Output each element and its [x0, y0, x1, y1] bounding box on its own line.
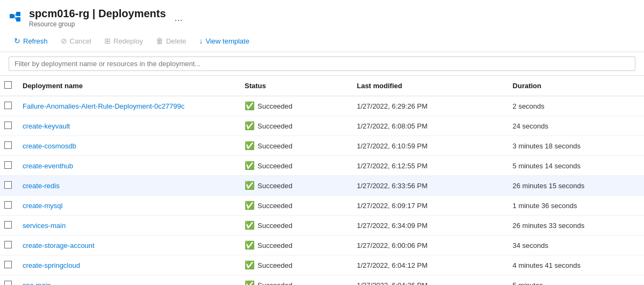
- row-checkbox-cell[interactable]: [0, 196, 16, 216]
- deployment-name-link[interactable]: create-springcloud: [23, 261, 80, 269]
- status-text: Succeeded: [257, 222, 292, 230]
- cancel-button[interactable]: ⊘ Cancel: [55, 34, 97, 47]
- deployment-name-cell: create-springcloud: [16, 255, 238, 275]
- last-modified-cell: 1/27/2022, 6:09:17 PM: [350, 196, 506, 216]
- table-row: create-springcloud ✅ Succeeded 1/27/2022…: [0, 255, 644, 275]
- deployment-name-link[interactable]: Failure-Anomalies-Alert-Rule-Deployment-…: [23, 102, 184, 110]
- succeeded-icon: ✅: [245, 121, 255, 131]
- duration-cell: 26 minutes 15 seconds: [506, 176, 644, 196]
- row-checkbox[interactable]: [4, 122, 12, 129]
- row-checkbox[interactable]: [4, 241, 12, 248]
- row-checkbox[interactable]: [4, 102, 12, 109]
- view-template-button[interactable]: ↓ View template: [194, 34, 255, 47]
- row-checkbox-cell[interactable]: [0, 116, 16, 136]
- table-row: create-keyvault ✅ Succeeded 1/27/2022, 6…: [0, 116, 644, 136]
- more-options-button[interactable]: ...: [175, 12, 183, 24]
- deployment-name-link[interactable]: create-cosmosdb: [23, 142, 76, 150]
- refresh-icon: ↻: [14, 37, 20, 45]
- deployment-name-link[interactable]: spc-main: [23, 281, 51, 286]
- row-checkbox[interactable]: [4, 181, 12, 189]
- svg-rect-2: [16, 17, 20, 22]
- succeeded-icon: ✅: [245, 240, 255, 250]
- row-checkbox-cell[interactable]: [0, 275, 16, 286]
- duration-cell: 26 minutes 33 seconds: [506, 216, 644, 236]
- svg-rect-0: [10, 14, 14, 18]
- row-checkbox[interactable]: [4, 221, 12, 229]
- row-checkbox-cell[interactable]: [0, 96, 16, 116]
- select-all-checkbox[interactable]: [4, 81, 12, 89]
- status-text: Succeeded: [257, 281, 292, 286]
- deployment-name-link[interactable]: create-keyvault: [23, 122, 70, 130]
- status-cell: ✅ Succeeded: [238, 156, 350, 176]
- refresh-button[interactable]: ↻ Refresh: [9, 34, 53, 47]
- row-checkbox-cell[interactable]: [0, 236, 16, 255]
- row-checkbox-cell[interactable]: [0, 136, 16, 156]
- row-checkbox-cell[interactable]: [0, 216, 16, 236]
- delete-icon: 🗑: [156, 37, 163, 45]
- deployment-name-link[interactable]: create-mysql: [23, 202, 62, 210]
- svg-line-4: [14, 16, 16, 19]
- succeeded-icon: ✅: [245, 141, 255, 151]
- status-cell: ✅ Succeeded: [238, 255, 350, 275]
- table-row: create-cosmosdb ✅ Succeeded 1/27/2022, 6…: [0, 136, 644, 156]
- succeeded-icon: ✅: [245, 260, 255, 270]
- deployment-name-cell: create-keyvault: [16, 116, 238, 136]
- duration-cell: 4 minutes 41 seconds: [506, 255, 644, 275]
- last-modified-cell: 1/27/2022, 6:33:56 PM: [350, 176, 506, 196]
- redeploy-button[interactable]: ⊞ Redeploy: [99, 34, 148, 47]
- last-modified-cell: 1/27/2022, 6:00:06 PM: [350, 236, 506, 255]
- delete-button[interactable]: 🗑 Delete: [151, 34, 192, 47]
- row-checkbox[interactable]: [4, 281, 12, 286]
- table-row: services-main ✅ Succeeded 1/27/2022, 6:3…: [0, 216, 644, 236]
- deployment-name-link[interactable]: create-redis: [23, 182, 60, 190]
- duration-cell: 34 seconds: [506, 236, 644, 255]
- deployment-name-cell: create-cosmosdb: [16, 136, 238, 156]
- svg-rect-1: [16, 12, 20, 16]
- last-modified-cell: 1/27/2022, 6:04:12 PM: [350, 255, 506, 275]
- filter-bar: [0, 52, 644, 76]
- row-checkbox[interactable]: [4, 161, 12, 169]
- row-checkbox[interactable]: [4, 201, 12, 209]
- deployments-table: Deployment name Status Last modified Dur…: [0, 76, 644, 285]
- status-text: Succeeded: [257, 261, 292, 269]
- page-title: spcm016-rg | Deployments: [29, 8, 166, 20]
- status-text: Succeeded: [257, 102, 292, 110]
- deployment-name-link[interactable]: services-main: [23, 222, 66, 230]
- status-cell: ✅ Succeeded: [238, 216, 350, 236]
- table-header-row: Deployment name Status Last modified Dur…: [0, 76, 644, 96]
- status-text: Succeeded: [257, 142, 292, 150]
- status-text: Succeeded: [257, 122, 292, 130]
- last-modified-cell: 1/27/2022, 6:08:05 PM: [350, 116, 506, 136]
- row-checkbox-cell[interactable]: [0, 255, 16, 275]
- col-header-name: Deployment name: [16, 76, 238, 96]
- duration-cell: 3 minutes 18 seconds: [506, 136, 644, 156]
- duration-cell: 5 minutes 14 seconds: [506, 156, 644, 176]
- row-checkbox[interactable]: [4, 141, 12, 149]
- duration-cell: 1 minute 36 seconds: [506, 196, 644, 216]
- svg-line-3: [14, 14, 16, 16]
- status-text: Succeeded: [257, 162, 292, 170]
- deployment-name-link[interactable]: create-eventhub: [23, 162, 73, 170]
- table-row: create-redis ✅ Succeeded 1/27/2022, 6:33…: [0, 176, 644, 196]
- last-modified-cell: 1/27/2022, 6:34:09 PM: [350, 216, 506, 236]
- succeeded-icon: ✅: [245, 101, 255, 111]
- status-cell: ✅ Succeeded: [238, 136, 350, 156]
- status-cell: ✅ Succeeded: [238, 236, 350, 255]
- status-text: Succeeded: [257, 241, 292, 250]
- row-checkbox-cell[interactable]: [0, 176, 16, 196]
- row-checkbox[interactable]: [4, 261, 12, 268]
- deployment-name-cell: Failure-Anomalies-Alert-Rule-Deployment-…: [16, 96, 238, 116]
- last-modified-cell: 1/27/2022, 6:10:59 PM: [350, 136, 506, 156]
- row-checkbox-cell[interactable]: [0, 156, 16, 176]
- succeeded-icon: ✅: [245, 201, 255, 210]
- status-cell: ✅ Succeeded: [238, 196, 350, 216]
- deployment-name-cell: create-redis: [16, 176, 238, 196]
- deployment-name-cell: create-eventhub: [16, 156, 238, 176]
- deployment-name-cell: create-storage-account: [16, 236, 238, 255]
- duration-cell: 2 seconds: [506, 96, 644, 116]
- deployment-name-cell: services-main: [16, 216, 238, 236]
- select-all-header[interactable]: [0, 76, 16, 96]
- deployment-name-link[interactable]: create-storage-account: [23, 241, 95, 250]
- last-modified-cell: 1/27/2022, 6:12:55 PM: [350, 156, 506, 176]
- filter-input[interactable]: [9, 56, 635, 71]
